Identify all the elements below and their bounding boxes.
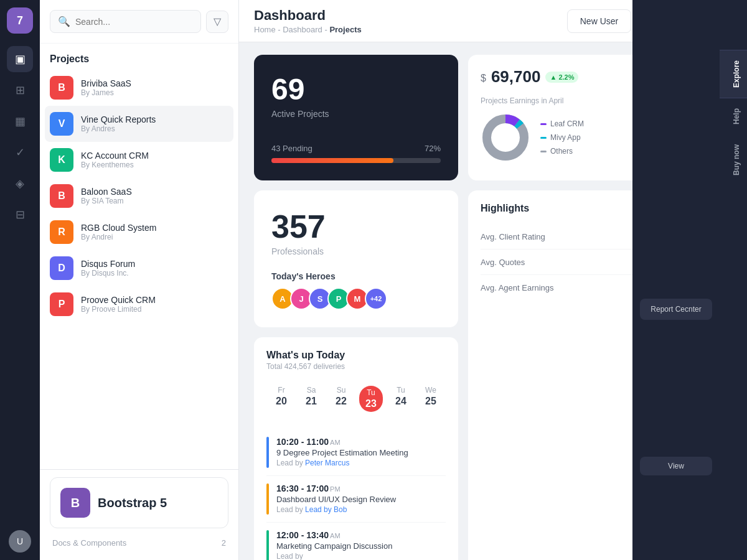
topbar-left: Dashboard Home - Dashboard - Projects [254, 7, 362, 34]
project-author: By Andrei [81, 233, 156, 241]
project-icon: D [50, 256, 73, 280]
search-box[interactable]: 🔍 [50, 10, 201, 33]
active-projects-label: Active Projects [271, 109, 441, 119]
event-name: 9 Degree Project Estimation Meeting [276, 448, 408, 457]
earnings-dollar: $ [481, 73, 486, 84]
project-item[interactable]: B Briviba SaaS By James [45, 70, 233, 106]
professionals-label: Professionals [271, 246, 441, 256]
event-name: Marketing Campaign Discussion [276, 541, 392, 551]
report-area: Report Cecnter View View View [632, 0, 720, 560]
project-item[interactable]: P Proove Quick CRM By Proove Limited [45, 286, 233, 322]
project-name: Proove Quick CRM [81, 295, 156, 305]
search-icon: 🔍 [58, 16, 70, 27]
explore-tab[interactable]: Explore [720, 50, 747, 98]
sidebar-header: 🔍 ▽ [40, 0, 238, 44]
project-icon: B [50, 184, 73, 208]
project-info: KC Account CRM By Keenthemes [81, 151, 149, 169]
day-navigation: Fr20Sa21Su22Tu23Tu24We25 [266, 381, 446, 417]
day-item[interactable]: Sa21 [296, 381, 326, 417]
progress-bar-fill [271, 158, 393, 163]
project-name: Baloon SaaS [81, 187, 132, 197]
earnings-badge: ▲ 2.2% [545, 72, 578, 83]
project-author: By Proove Limited [81, 305, 156, 314]
project-name: Briviba SaaS [81, 78, 131, 88]
legend-dot-mivy [540, 137, 547, 139]
nav-icon-layers[interactable]: ◈ [7, 170, 33, 197]
left-navigation: 7 ▣ ⊞ ▦ ✓ ◈ ⊟ U [0, 0, 40, 560]
project-icon: B [50, 76, 73, 100]
report-center-button[interactable]: Report Cecnter [640, 299, 712, 320]
project-icon: V [50, 112, 73, 136]
breadcrumb: Home - Dashboard - Projects [254, 25, 362, 34]
project-author: By Disqus Inc. [81, 269, 135, 278]
day-item[interactable]: Tu24 [386, 381, 416, 417]
buynow-tab[interactable]: Buy now [720, 134, 747, 185]
day-item[interactable]: Su22 [326, 381, 356, 417]
active-projects-card: 69 Active Projects 43 Pending 72% [254, 55, 458, 180]
project-item[interactable]: B Baloon SaaS By SIA Team [45, 178, 233, 214]
highlight-label: Avg. Agent Earnings [481, 283, 554, 292]
event-lead-link[interactable]: Lead by Bob [305, 505, 347, 514]
project-author: By SIA Team [81, 197, 132, 205]
event-details: 12:00 - 13:40AM Marketing Campaign Discu… [276, 530, 392, 560]
schedule-card: What's up Today Total 424,567 deliveries… [254, 337, 458, 560]
legend-label-mivy: Mivy App [550, 133, 581, 142]
projects-title: Projects [40, 44, 238, 70]
legend-label-others: Others [550, 147, 573, 156]
legend-dot-leaf [540, 123, 547, 125]
avatar-stack: AJSPM+42 [271, 287, 441, 310]
nav-icon-dashboard[interactable]: ▣ [7, 46, 33, 72]
project-author: By Andres [81, 124, 156, 133]
project-info: Briviba SaaS By James [81, 78, 131, 97]
legend-dot-others [540, 151, 547, 152]
event-item: 12:00 - 13:40AM Marketing Campaign Discu… [266, 523, 446, 560]
project-item[interactable]: D Disqus Forum By Disqus Inc. [45, 250, 233, 286]
docs-count: 2 [222, 538, 226, 548]
nav-icon-grid[interactable]: ⊞ [7, 77, 33, 103]
event-lead: Lead by Peter Marcus [276, 459, 408, 467]
search-input[interactable] [75, 17, 193, 27]
project-item[interactable]: K KC Account CRM By Keenthemes [45, 142, 233, 178]
filter-button[interactable]: ▽ [206, 11, 228, 33]
event-lead: Lead by [276, 552, 392, 560]
professionals-count: 357 [271, 208, 441, 245]
event-details: 16:30 - 17:00PM Dashboard UI/UX Design R… [276, 483, 396, 515]
view-button-1[interactable]: View [640, 457, 712, 475]
nav-icon-briefcase[interactable]: ⊟ [7, 202, 33, 228]
progress-pct: 72% [425, 144, 441, 153]
event-lead-link[interactable]: Peter Marcus [305, 459, 349, 467]
event-bar [266, 530, 269, 560]
nav-avatar[interactable]: 7 [7, 7, 33, 34]
day-item[interactable]: We25 [416, 381, 446, 417]
day-item[interactable]: Tu23 [356, 381, 386, 417]
left-bottom-col: 357 Professionals Today's Heroes AJSPM+4… [254, 190, 458, 560]
nav-user-avatar[interactable]: U [9, 530, 31, 553]
project-info: Proove Quick CRM By Proove Limited [81, 295, 156, 314]
day-item[interactable]: Fr20 [266, 381, 296, 417]
new-user-button[interactable]: New User [567, 9, 631, 33]
bootstrap-label: Bootstrap 5 [98, 496, 167, 510]
nav-icon-chart[interactable]: ▦ [7, 108, 33, 134]
progress-bar-wrap [271, 158, 441, 163]
page-title: Dashboard [254, 7, 362, 24]
project-author: By Keenthemes [81, 161, 149, 169]
avatar-more: +42 [365, 287, 387, 310]
event-details: 10:20 - 11:00AM 9 Degree Project Estimat… [276, 437, 408, 468]
highlight-label: Avg. Quotes [481, 258, 525, 267]
project-item[interactable]: V Vine Quick Reports By Andres [45, 106, 233, 142]
nav-icon-check[interactable]: ✓ [7, 139, 33, 166]
main-wrapper: Dashboard Home - Dashboard - Projects Ne… [239, 0, 747, 560]
event-bar [266, 483, 269, 515]
event-item: 10:20 - 11:00AM 9 Degree Project Estimat… [266, 429, 446, 476]
help-tab[interactable]: Help [720, 98, 747, 134]
docs-label: Docs & Components [52, 538, 126, 548]
event-time: 16:30 - 17:00PM [276, 483, 396, 493]
event-time: 10:20 - 11:00AM [276, 437, 408, 447]
highlight-label: Avg. Client Rating [481, 232, 545, 241]
project-info: RGB Cloud System By Andrei [81, 223, 156, 241]
heroes-section: Today's Heroes AJSPM+42 [271, 271, 441, 310]
project-icon: R [50, 220, 73, 244]
project-icon: K [50, 148, 73, 172]
schedule-subtitle: Total 424,567 deliveries [266, 362, 446, 371]
project-item[interactable]: R RGB Cloud System By Andrei [45, 214, 233, 250]
